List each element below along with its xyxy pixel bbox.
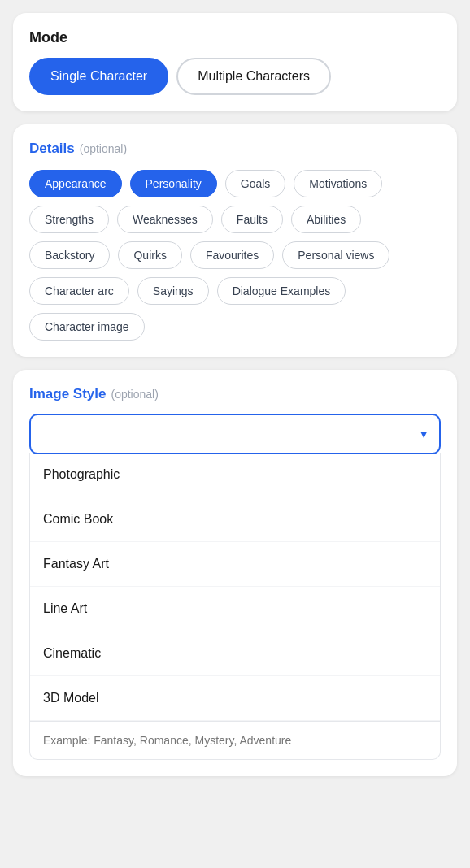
image-style-card: Image Style (optional) ▼ Photographic Co… xyxy=(13,370,457,776)
tag-faults[interactable]: Faults xyxy=(221,206,283,233)
tag-personal-views[interactable]: Personal views xyxy=(282,241,389,269)
details-header: Details (optional) xyxy=(29,141,441,157)
details-card: Details (optional) Appearance Personalit… xyxy=(13,124,457,357)
mode-buttons: Single Character Multiple Characters xyxy=(29,58,441,95)
image-style-header: Image Style (optional) xyxy=(29,386,441,402)
dropdown-item-fantasy-art[interactable]: Fantasy Art xyxy=(30,542,440,587)
single-character-button[interactable]: Single Character xyxy=(29,58,168,95)
tag-dialogue-examples[interactable]: Dialogue Examples xyxy=(217,277,346,305)
genre-input[interactable] xyxy=(43,734,427,747)
details-optional: (optional) xyxy=(80,142,127,155)
tag-abilities[interactable]: Abilities xyxy=(291,206,361,233)
dropdown-item-comic-book[interactable]: Comic Book xyxy=(30,497,440,542)
tag-character-arc[interactable]: Character arc xyxy=(29,277,129,305)
dropdown-item-line-art[interactable]: Line Art xyxy=(30,587,440,631)
tag-weaknesses[interactable]: Weaknesses xyxy=(117,206,213,233)
tag-quirks[interactable]: Quirks xyxy=(118,241,181,269)
dropdown-list: Photographic Comic Book Fantasy Art Line… xyxy=(29,453,441,760)
tag-sayings[interactable]: Sayings xyxy=(137,277,209,305)
genre-input-wrapper xyxy=(30,721,440,759)
dropdown-item-3d-model[interactable]: 3D Model xyxy=(30,676,440,721)
tag-backstory[interactable]: Backstory xyxy=(29,241,110,269)
dropdown-item-cinematic[interactable]: Cinematic xyxy=(30,631,440,676)
multiple-characters-button[interactable]: Multiple Characters xyxy=(176,58,331,95)
tag-appearance[interactable]: Appearance xyxy=(29,170,122,197)
tag-personality[interactable]: Personality xyxy=(130,170,217,197)
tag-strengths[interactable]: Strengths xyxy=(29,206,109,233)
style-select-display[interactable] xyxy=(29,414,441,454)
dropdown-item-photographic[interactable]: Photographic xyxy=(30,453,440,497)
tags-container: Appearance Personality Goals Motivations… xyxy=(29,170,441,341)
mode-card: Mode Single Character Multiple Character… xyxy=(13,13,457,111)
image-style-optional: (optional) xyxy=(111,388,159,401)
details-title: Details xyxy=(29,141,75,157)
tag-motivations[interactable]: Motivations xyxy=(294,170,382,197)
image-style-title: Image Style xyxy=(29,386,107,402)
mode-title: Mode xyxy=(29,29,441,46)
tag-goals[interactable]: Goals xyxy=(225,170,286,197)
tag-character-image[interactable]: Character image xyxy=(29,313,145,341)
tag-favourites[interactable]: Favourites xyxy=(190,241,274,269)
select-wrapper: ▼ Photographic Comic Book Fantasy Art Li… xyxy=(29,414,441,760)
